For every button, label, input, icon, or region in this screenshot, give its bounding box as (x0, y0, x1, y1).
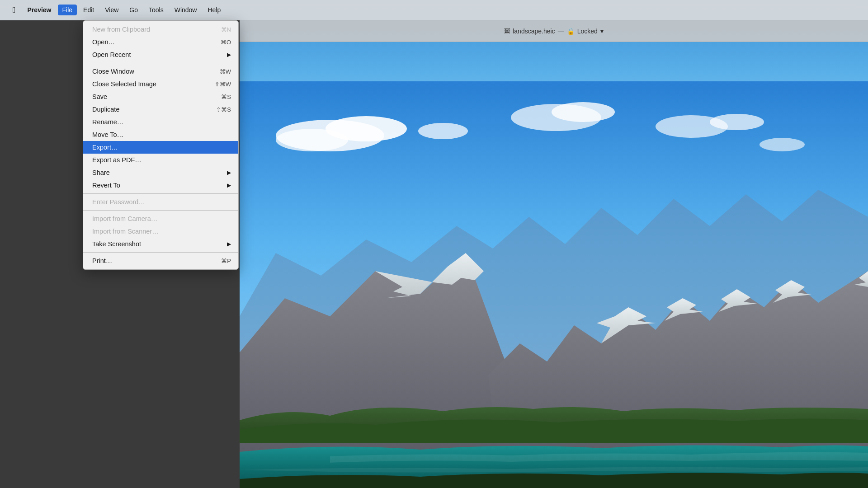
menu-item-close-selected-image[interactable]: Close Selected Image ⇧⌘W (83, 78, 238, 90)
menu-item-share[interactable]: Share ▶ (83, 166, 238, 179)
menu-separator-4 (83, 252, 238, 253)
menu-separator-3 (83, 210, 238, 211)
dropdown-arrow[interactable]: ▾ (600, 28, 604, 35)
lock-icon: 🔒 (567, 28, 575, 35)
menu-item-label: Import from Scanner… (92, 228, 231, 235)
menu-item-label: New from Clipboard (92, 26, 221, 33)
menu-item-label: Rename… (92, 118, 231, 126)
menu-separator-2 (83, 193, 238, 194)
menu-item-export[interactable]: Export… (83, 141, 238, 154)
menu-item-label: Open… (92, 38, 221, 46)
menu-item-move-to[interactable]: Move To… (83, 128, 238, 141)
menubar-help[interactable]: Help (203, 5, 225, 15)
titlebar: 🖼 landscape.heic — 🔒 Locked ▾ (240, 20, 868, 42)
menu-item-label: Move To… (92, 131, 231, 138)
svg-point-5 (552, 102, 615, 122)
title-separator: — (558, 28, 564, 35)
menu-item-save[interactable]: Save ⌘S (83, 90, 238, 103)
menu-item-label: Export… (92, 144, 231, 151)
menu-item-take-screenshot[interactable]: Take Screenshot ▶ (83, 238, 238, 250)
menu-item-duplicate[interactable]: Duplicate ⇧⌘S (83, 103, 238, 116)
menu-item-shortcut: ⌘S (221, 94, 231, 100)
menu-item-revert-to[interactable]: Revert To ▶ (83, 179, 238, 192)
menubar-view[interactable]: View (100, 5, 123, 15)
submenu-arrow-icon: ▶ (227, 52, 231, 58)
menu-item-shortcut: ⇧⌘W (215, 81, 231, 88)
menu-item-label: Share (92, 169, 227, 176)
menu-item-label: Duplicate (92, 106, 216, 113)
window-title: 🖼 landscape.heic — 🔒 Locked ▾ (504, 28, 604, 35)
menu-item-new-from-clipboard[interactable]: New from Clipboard ⌘N (83, 23, 238, 36)
submenu-arrow-icon: ▶ (227, 169, 231, 176)
menubar-window[interactable]: Window (170, 5, 202, 15)
file-icon: 🖼 (504, 28, 510, 34)
menu-item-shortcut: ⌘N (221, 26, 231, 33)
menu-item-label: Enter Password… (92, 198, 231, 206)
menu-item-label: Export as PDF… (92, 156, 231, 164)
menu-item-label: Close Window (92, 68, 220, 75)
filename: landscape.heic (513, 28, 555, 35)
menu-item-shortcut: ⌘W (220, 68, 231, 75)
menu-item-label: Take Screenshot (92, 240, 227, 248)
menu-item-close-window[interactable]: Close Window ⌘W (83, 65, 238, 78)
menu-item-enter-password[interactable]: Enter Password… (83, 196, 238, 208)
menu-item-export-as-pdf[interactable]: Export as PDF… (83, 154, 238, 166)
menu-item-open[interactable]: Open… ⌘O (83, 36, 238, 48)
menubar:  Preview File Edit View Go Tools Window… (0, 0, 868, 20)
menu-item-label: Revert To (92, 182, 227, 189)
apple-menu[interactable]:  (7, 5, 21, 16)
svg-point-9 (418, 123, 468, 139)
menu-item-import-scanner[interactable]: Import from Scanner… (83, 225, 238, 238)
menu-item-label: Close Selected Image (92, 80, 215, 88)
menu-separator-1 (83, 63, 238, 63)
menubar-app-name[interactable]: Preview (23, 5, 56, 15)
file-dropdown-menu: New from Clipboard ⌘N Open… ⌘O Open Rece… (83, 20, 239, 270)
menu-item-rename[interactable]: Rename… (83, 116, 238, 128)
menu-item-import-camera[interactable]: Import from Camera… (83, 212, 238, 225)
menu-item-print[interactable]: Print… ⌘P (83, 254, 238, 267)
submenu-arrow-icon: ▶ (227, 182, 231, 188)
menubar-file[interactable]: File (58, 5, 77, 15)
menu-item-label: Print… (92, 257, 221, 264)
menubar-tools[interactable]: Tools (144, 5, 168, 15)
submenu-arrow-icon: ▶ (227, 241, 231, 247)
menu-item-shortcut: ⌘O (221, 39, 231, 46)
lock-status: Locked (577, 28, 598, 35)
svg-point-8 (760, 138, 805, 151)
menu-item-label: Open Recent (92, 51, 227, 58)
svg-point-7 (710, 114, 764, 130)
menubar-go[interactable]: Go (125, 5, 142, 15)
menu-item-shortcut: ⇧⌘S (216, 106, 231, 113)
svg-point-3 (276, 129, 348, 151)
menu-item-open-recent[interactable]: Open Recent ▶ (83, 48, 238, 61)
menu-item-label: Save (92, 93, 221, 100)
menu-item-label: Import from Camera… (92, 215, 231, 222)
menubar-edit[interactable]: Edit (79, 5, 99, 15)
menu-item-shortcut: ⌘P (221, 258, 231, 264)
